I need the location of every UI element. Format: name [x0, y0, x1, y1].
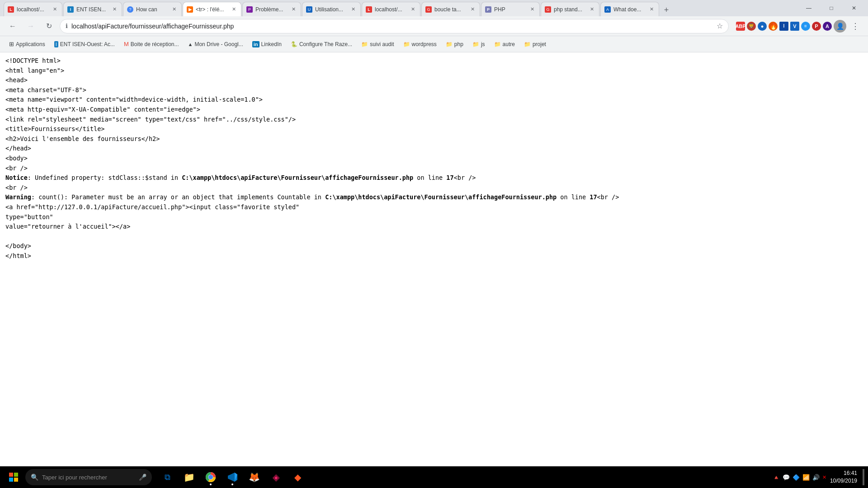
bookmark-folder-autre[interactable]: 📁 autre: [491, 38, 519, 50]
close-button[interactable]: ✕: [844, 0, 864, 16]
tab-tr-element[interactable]: ▶ <tr> : l'élé... ✕: [183, 2, 241, 16]
bookmark-raze[interactable]: 🐍 Configure The Raze...: [287, 38, 356, 50]
taskview-button[interactable]: ⧉: [157, 467, 177, 487]
bluetooth-icon[interactable]: 🔷: [793, 474, 800, 481]
address-bar-icons: ☆: [717, 22, 723, 30]
tab-utilisation[interactable]: U Utilisation... ✕: [302, 2, 361, 16]
bookmark-folder-php[interactable]: 📁 php: [442, 38, 467, 50]
code-line-11: <body>: [5, 154, 863, 164]
svg-point-6: [209, 475, 212, 479]
extension6-icon[interactable]: V: [790, 22, 799, 31]
bookmark-isen[interactable]: I ENT ISEN-Ouest: Ac...: [51, 38, 118, 50]
extension9-icon[interactable]: A: [823, 22, 832, 31]
tab11-favicon: A: [604, 6, 611, 13]
folder-projet-icon: 📁: [524, 41, 531, 47]
page-content: <!DOCTYPE html><html lang="en"><head> <m…: [0, 52, 868, 466]
extension3-icon[interactable]: ●: [758, 22, 767, 31]
tab-localhost2[interactable]: L localhost/... ✕: [362, 2, 420, 16]
address-bar[interactable]: ℹ localhost/apiFacture/fournisseur/affic…: [60, 19, 729, 33]
date-display: 10/09/2019: [830, 477, 857, 485]
new-tab-button[interactable]: +: [660, 4, 673, 16]
vscode-app[interactable]: [222, 467, 242, 487]
tab1-close-btn[interactable]: ✕: [51, 6, 58, 13]
code-line-12: <br />: [5, 164, 863, 174]
show-desktop-button[interactable]: [863, 469, 864, 485]
taskbar-mic-icon[interactable]: 🎤: [139, 474, 146, 481]
tab-whatdoes[interactable]: A What doe... ✕: [600, 2, 659, 16]
bookmark-drive-label: Mon Drive - Googl...: [194, 41, 243, 47]
tab-boucle[interactable]: G boucle ta... ✕: [421, 2, 480, 16]
discord-icon[interactable]: 💬: [783, 474, 790, 481]
tab7-close-btn[interactable]: ✕: [409, 6, 416, 13]
tab4-title: <tr> : l'élé...: [196, 6, 227, 13]
maximize-button[interactable]: □: [821, 0, 842, 16]
bookmark-gmail-label: Boite de réception...: [131, 41, 179, 47]
code-line-20: </body>: [5, 241, 863, 251]
app7[interactable]: ◆: [288, 467, 307, 487]
bookmark-folder-projet[interactable]: 📁 projet: [520, 38, 550, 50]
network-icon[interactable]: 🔺: [773, 474, 780, 481]
tab-localhost1[interactable]: L localhost/... ✕: [4, 2, 62, 16]
taskbar-right-area: 🔺 💬 🔷 📶 🔊 ✕ 16:41 10/09/2019: [773, 469, 864, 485]
tab-phpstand[interactable]: G php stand... ✕: [541, 2, 599, 16]
taskbar-search-placeholder: Taper ici pour rechercher: [42, 474, 107, 481]
tab2-favicon: I: [67, 6, 74, 13]
bookmark-folder-autre-label: autre: [503, 41, 515, 47]
tab9-close-btn[interactable]: ✕: [528, 6, 536, 13]
tab11-close-btn[interactable]: ✕: [648, 6, 655, 13]
profile-icon[interactable]: 👤: [834, 20, 846, 33]
tab-isen[interactable]: I ENT ISEN... ✕: [63, 2, 122, 16]
app6[interactable]: ◈: [266, 467, 286, 487]
volume-icon[interactable]: 🔊: [812, 474, 820, 481]
bookmark-folder-wordpress[interactable]: 📁 wordpress: [400, 38, 440, 50]
bookmark-isen-label: ENT ISEN-Ouest: Ac...: [60, 41, 115, 47]
tab5-close-btn[interactable]: ✕: [290, 6, 297, 13]
start-button[interactable]: [4, 467, 24, 487]
extension7-icon[interactable]: ≡: [801, 22, 810, 31]
tab-howcan[interactable]: ? How can ✕: [123, 2, 182, 16]
refresh-button[interactable]: ↻: [42, 19, 56, 33]
bookmark-raze-label: Configure The Raze...: [299, 41, 352, 47]
minimize-button[interactable]: —: [798, 0, 819, 16]
taskbar-clock[interactable]: 16:41 10/09/2019: [830, 469, 857, 485]
tab2-close-btn[interactable]: ✕: [111, 6, 118, 13]
tab5-favicon: P: [246, 6, 253, 13]
menu-button[interactable]: ⋮: [848, 19, 863, 33]
abp-extension-icon[interactable]: ABP: [736, 22, 745, 31]
extension4-icon[interactable]: 🔥: [769, 22, 778, 31]
code-line-16: <a href="http://127.0.0.1/apiFacture/acc…: [5, 202, 863, 212]
extension8-icon[interactable]: P: [812, 22, 821, 31]
wifi-icon[interactable]: 📶: [802, 474, 810, 481]
title-bar: L localhost/... ✕ I ENT ISEN... ✕ ? How …: [0, 0, 868, 16]
tab6-close-btn[interactable]: ✕: [349, 6, 357, 13]
taskbar-search-bar[interactable]: 🔍 Taper ici pour rechercher 🎤: [25, 469, 152, 485]
bookmark-star-icon[interactable]: ☆: [717, 22, 723, 30]
folder-js-icon: 📁: [472, 41, 479, 47]
code-line-1: <!DOCTYPE html>: [5, 56, 863, 66]
bookmark-folder-js[interactable]: 📁 js: [469, 38, 489, 50]
window-controls: — □ ✕: [798, 0, 864, 16]
bookmark-gmail[interactable]: M Boite de réception...: [120, 38, 183, 50]
tab-probleme[interactable]: P Problème... ✕: [242, 2, 301, 16]
bookmark-drive[interactable]: ▲ Mon Drive - Googl...: [184, 38, 247, 50]
tab10-close-btn[interactable]: ✕: [588, 6, 595, 13]
extension5-icon[interactable]: I: [779, 22, 788, 31]
tab3-close-btn[interactable]: ✕: [170, 6, 178, 13]
tab4-close-btn[interactable]: ✕: [230, 6, 237, 13]
bookmark-folder-suivi[interactable]: 📁 suivi audit: [358, 38, 397, 50]
firefox-app[interactable]: 🦊: [244, 467, 264, 487]
chrome-app[interactable]: [201, 467, 221, 487]
raze-favicon: 🐍: [291, 41, 297, 47]
folder-autre-icon: 📁: [494, 41, 501, 47]
bookmark-linkedin[interactable]: in LinkedIn: [249, 38, 285, 50]
bookmark-applications[interactable]: ⊞ Applications: [5, 38, 49, 50]
code-line-8: <title>Fournisseurs</title>: [5, 124, 863, 134]
tab8-close-btn[interactable]: ✕: [469, 6, 476, 13]
address-bar-row: ← → ↻ ℹ localhost/apiFacture/fournisseur…: [0, 16, 868, 36]
fileexplorer-app[interactable]: 📁: [179, 467, 199, 487]
brave-extension-icon[interactable]: 🦁: [747, 22, 756, 31]
bookmark-folder-js-label: js: [481, 41, 485, 47]
back-button[interactable]: ←: [5, 19, 20, 33]
tab-php[interactable]: P PHP ✕: [481, 2, 540, 16]
forward-button[interactable]: →: [24, 19, 38, 33]
